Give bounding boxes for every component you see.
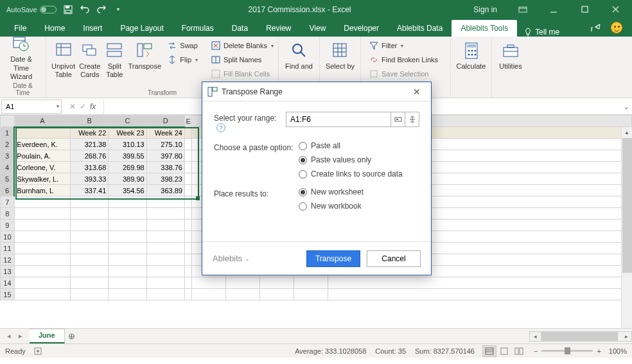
vertical-scrollbar[interactable]: ▲ [621,127,632,328]
minimize-icon[interactable] [541,1,566,19]
macro-record-icon[interactable] [33,347,42,356]
cell[interactable]: 393.33 [71,173,109,185]
cell[interactable]: 389.90 [109,173,146,185]
tab-ablebits-data[interactable]: Ablebits Data [388,20,452,37]
ribbon-display-icon[interactable] [510,1,536,19]
cell[interactable]: 268.76 [71,150,109,162]
zoom-in-icon[interactable]: + [597,347,601,355]
qat-dropdown-icon[interactable]: ▾ [110,2,126,17]
tellme-search[interactable]: Tell me [517,28,566,37]
row-header[interactable]: 2 [1,139,15,150]
cell[interactable]: Poulain, A. [14,150,70,162]
row-header[interactable]: 15 [1,289,15,300]
row-header[interactable]: 5 [1,173,15,185]
dialog-close-icon[interactable]: ✕ [408,83,426,101]
cancel-button[interactable]: Cancel [367,250,421,267]
cell[interactable]: 363.89 [146,185,184,196]
row-header[interactable]: 3 [1,150,15,162]
unpivot-button[interactable]: Unpivot Table [51,39,75,79]
tab-home[interactable]: Home [35,20,74,37]
cell[interactable]: 269.98 [109,162,146,173]
cell[interactable]: 321.38 [71,139,109,150]
radio-place-new-worksheet[interactable]: New worksheet [299,187,364,196]
expand-formula-bar-icon[interactable]: ⌄ [620,102,632,111]
name-box[interactable]: A1▾ [1,100,62,114]
tab-ablebits-tools[interactable]: Ablebits Tools [452,20,517,37]
select-all-corner[interactable] [1,116,15,127]
radio-paste-paste-values-only[interactable]: Paste values only [299,155,403,164]
page-layout-view-icon[interactable] [497,345,511,357]
radio-place-new-workbook[interactable]: New workbook [299,202,364,211]
cell[interactable]: 337.41 [71,185,109,196]
tab-formulas[interactable]: Formulas [173,20,223,37]
delete-blanks-button[interactable]: Delete Blanks▾ [208,39,276,52]
cell[interactable]: Everdeen, K. [14,139,70,150]
sheet-nav[interactable]: ◂▸ [0,332,30,340]
add-sheet-button[interactable]: ⊕ [65,331,79,341]
cell[interactable]: 397.80 [146,150,184,162]
col-header-B[interactable]: B [71,116,109,127]
tab-insert[interactable]: Insert [74,20,111,37]
tab-developer[interactable]: Developer [335,20,388,37]
cell[interactable]: 310.13 [109,139,146,150]
redo-icon[interactable] [94,2,109,17]
row-header[interactable]: 4 [1,162,15,173]
cell[interactable]: 398.23 [146,173,184,185]
normal-view-icon[interactable] [482,345,496,357]
cell[interactable]: 354.56 [109,185,146,196]
cell[interactable]: 338.76 [146,162,184,173]
help-icon[interactable]: ? [216,123,225,132]
row-header[interactable]: 7 [1,196,15,208]
filter-button[interactable]: Filter▾ [366,39,441,52]
col-header-C[interactable]: C [109,116,146,127]
row-header[interactable]: 14 [1,277,15,289]
tab-data[interactable]: Data [223,20,257,37]
share-icon[interactable] [586,19,606,37]
transpose-button[interactable]: Transpose [128,39,161,71]
tab-review[interactable]: Review [257,20,300,37]
ablebits-brand[interactable]: Ablebits⌄ [213,254,250,263]
maximize-icon[interactable] [572,1,597,19]
sheet-tab-june[interactable]: June [30,329,65,343]
save-icon[interactable] [60,2,76,17]
row-header[interactable]: 10 [1,231,15,243]
row-header[interactable]: 9 [1,220,15,231]
datetime-wizard-button[interactable]: Date & Time Wizard [5,32,37,81]
find-broken-links-button[interactable]: Find Broken Links [366,53,441,66]
calculate-button[interactable]: Calculate [456,39,486,71]
cell[interactable]: Skywalker, L. [14,173,70,185]
tab-page-layout[interactable]: Page Layout [111,20,172,37]
cell[interactable]: Week 24 [146,127,184,139]
row-header[interactable]: 12 [1,254,15,266]
col-header-A[interactable]: A [14,116,70,127]
radio-paste-create-links-to-source-data[interactable]: Create links to source data [299,169,403,178]
undo-icon[interactable] [77,2,92,17]
zoom-level[interactable]: 100% [609,347,627,355]
enter-formula-icon[interactable]: ✓ [80,102,86,111]
cell[interactable]: 313.68 [71,162,109,173]
autosave-toggle[interactable]: AutoSave [4,6,59,13]
cell[interactable]: Week 23 [109,127,146,139]
cancel-formula-icon[interactable]: ✕ [69,102,76,111]
horizontal-scrollbar[interactable]: ◂▸ [529,331,632,342]
zoom-slider[interactable]: − + [534,347,601,355]
swap-button[interactable]: Swap [164,39,200,52]
cell[interactable] [14,127,70,139]
flip-button[interactable]: Flip▾ [164,53,200,66]
pagebreak-view-icon[interactable] [512,345,526,357]
transpose-ok-button[interactable]: Transpose [306,250,360,267]
row-header[interactable]: 6 [1,185,15,196]
range-input[interactable] [286,112,391,127]
expand-range-icon[interactable] [405,112,419,127]
save-selection-button[interactable]: Save Selection [366,67,441,80]
col-header-D[interactable]: D [146,116,184,127]
fill-blank-button[interactable]: Fill Blank Cells [208,67,276,80]
radio-paste-paste-all[interactable]: Paste all [299,141,403,150]
signin-link[interactable]: Sign in [473,5,505,14]
cell[interactable]: Burnham, L [14,185,70,196]
col-header-E[interactable]: E [184,116,191,127]
split-table-button[interactable]: Split Table [104,39,125,79]
cell[interactable]: Corleone, V. [14,162,70,173]
fx-icon[interactable]: fx [90,102,96,111]
row-header[interactable]: 8 [1,208,15,220]
